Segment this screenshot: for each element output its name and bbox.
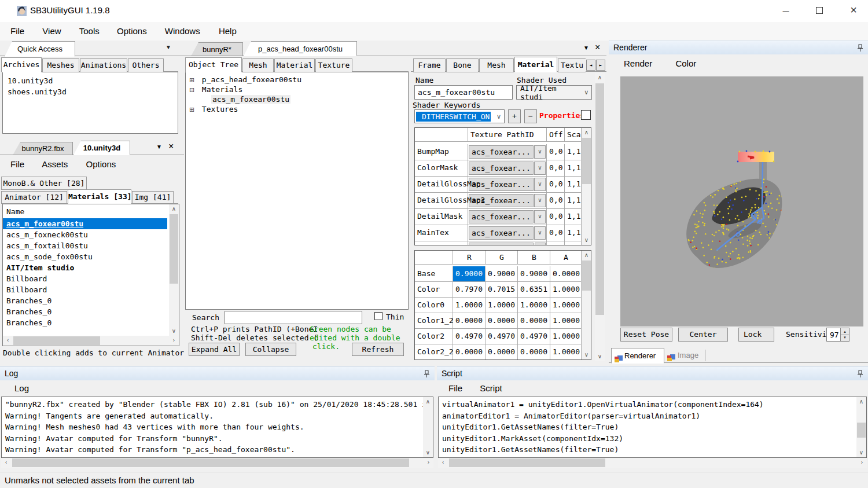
scroll-down-icon[interactable]: ∨ xyxy=(582,236,591,245)
texture-row-name[interactable]: DetailGlossMap xyxy=(415,177,468,193)
texture-path-combo[interactable]: acs_foxear... xyxy=(469,145,534,159)
lock-button[interactable]: Lock xyxy=(738,328,774,342)
shader-used-combo[interactable]: AIT/Item studi ∨ xyxy=(516,85,592,100)
scroll-thumb[interactable] xyxy=(12,458,409,467)
pin-icon[interactable] xyxy=(424,370,430,380)
scroll-thumb[interactable] xyxy=(449,458,605,467)
log-menu[interactable]: Log xyxy=(14,383,29,393)
color-cell[interactable]: 1.0000 xyxy=(550,298,581,313)
tab-materials[interactable]: Materials [33] xyxy=(68,189,131,204)
menu-windows[interactable]: Windows xyxy=(165,26,200,36)
texture-header-path[interactable]: Texture PathID xyxy=(468,128,534,142)
color-cell[interactable]: 1.0000 xyxy=(453,298,486,313)
tab-texture[interactable]: Texture xyxy=(315,58,352,72)
color-row-name[interactable]: Color2 xyxy=(415,329,453,344)
color-row-name[interactable]: Color xyxy=(415,282,453,298)
tab-bunnyr2-fbx[interactable]: bunnyR2.fbx xyxy=(13,142,73,155)
texture-row-name[interactable]: DetailMask xyxy=(415,209,468,225)
log-hscrollbar[interactable]: ‹ › xyxy=(1,458,433,468)
list-item[interactable]: shoes.unity3d xyxy=(8,86,173,97)
color-cell[interactable]: 0.0000 xyxy=(486,344,518,360)
scroll-thumb[interactable] xyxy=(595,83,604,315)
tab-bone[interactable]: Bone xyxy=(446,58,479,72)
texture-row-offset[interactable]: 0,0 xyxy=(547,160,565,177)
tab-mesh[interactable]: Mesh xyxy=(242,58,274,72)
thin-checkbox[interactable] xyxy=(374,312,382,320)
tab-10-unity3d[interactable]: 10.unity3d xyxy=(73,141,130,155)
color-cell[interactable]: 1.0000 xyxy=(486,298,518,313)
combo-arrow-icon[interactable]: ∨ xyxy=(535,162,545,174)
color-cell[interactable]: 1.0000 xyxy=(550,329,581,344)
tree-node-materials[interactable]: ⊟ Materials xyxy=(189,85,408,94)
texture-row-offset[interactable]: 0,0 xyxy=(547,177,565,193)
renderer-viewport[interactable] xyxy=(620,76,863,326)
script-vscrollbar[interactable]: ∧ ∨ xyxy=(856,397,866,457)
editor-menu-options[interactable]: Options xyxy=(86,159,116,169)
scroll-thumb[interactable] xyxy=(13,336,100,345)
texture-header-sca[interactable]: Sca xyxy=(565,128,581,142)
log-vscrollbar[interactable]: ∧ ∨ xyxy=(423,397,433,457)
menu-options[interactable]: Options xyxy=(117,26,147,36)
spin-down-icon[interactable]: ▼ xyxy=(841,335,849,340)
texture-row-scale[interactable]: 1,1 xyxy=(565,160,581,177)
scroll-left-icon[interactable]: ‹ xyxy=(1,458,11,467)
color-cell[interactable]: 0.0000 xyxy=(486,313,518,329)
color-cell[interactable]: 1.0000 xyxy=(550,313,581,329)
tree-node-textures[interactable]: ⊞ Textures xyxy=(189,104,408,114)
texture-row-name[interactable]: MainTex xyxy=(415,225,468,241)
color-cell[interactable]: 0.6351 xyxy=(518,282,550,298)
texture-row-scale[interactable]: 1,1 xyxy=(565,225,581,241)
scroll-down-icon[interactable]: ∨ xyxy=(582,350,591,359)
texture-row-scale[interactable]: 1,1 xyxy=(565,144,581,160)
tab-texture-right[interactable]: Textu xyxy=(558,58,586,72)
archive-file-list[interactable]: 10.unity3d shoes.unity3d xyxy=(2,72,178,134)
log-textarea[interactable]: "bunnyR2.fbx" created by "Blender (stabl… xyxy=(1,397,433,458)
tab-scroll-right-button[interactable]: ► xyxy=(596,60,605,71)
combo-arrow-icon[interactable]: ∨ xyxy=(535,195,545,207)
materials-vscrollbar[interactable]: ∧ ∨ xyxy=(169,204,179,336)
list-item[interactable]: Branches_0 xyxy=(3,317,179,328)
spin-up-icon[interactable]: ▲ xyxy=(841,328,849,335)
quickaccess-dropdown-icon[interactable]: ▼ xyxy=(165,44,171,50)
color-cell[interactable]: 0.9000 xyxy=(518,266,550,282)
materials-list-header[interactable]: Name xyxy=(3,204,179,218)
combo-arrow-icon[interactable]: ∨ xyxy=(535,227,545,239)
material-panel-vscrollbar[interactable]: ∧ ∨ xyxy=(595,73,605,361)
color-cell[interactable]: 0.4970 xyxy=(518,329,550,344)
tree-collapse-icon[interactable]: ⊟ xyxy=(189,85,197,95)
script-hscrollbar[interactable]: ‹ › xyxy=(438,458,867,468)
menu-help[interactable]: Help xyxy=(219,26,237,36)
list-item[interactable]: Billboard xyxy=(3,273,179,284)
texture-row-scale[interactable]: 1,1 xyxy=(565,193,581,209)
editor-menu-assets[interactable]: Assets xyxy=(42,159,68,169)
tab-animator[interactable]: Animator [12] xyxy=(1,191,67,204)
scroll-up-icon[interactable]: ∧ xyxy=(582,251,591,260)
tab-scroll-left-button[interactable]: ◄ xyxy=(586,60,595,71)
tab-p-acs-head-foxear00stu[interactable]: p_acs_head_foxear00stu xyxy=(244,41,357,56)
texture-row-offset[interactable]: 0,0 xyxy=(547,193,565,209)
scroll-up-icon[interactable]: ∧ xyxy=(856,397,866,406)
center-button[interactable]: Center xyxy=(678,328,728,342)
reset-pose-button[interactable]: Reset Pose xyxy=(620,328,672,342)
tab-monob-other[interactable]: MonoB.& Other [28] xyxy=(1,177,87,190)
list-item[interactable]: AIT/Item studio xyxy=(3,262,179,273)
tab-material[interactable]: Material xyxy=(274,58,315,72)
color-cell[interactable]: 0.0000 xyxy=(518,344,550,360)
scroll-thumb[interactable] xyxy=(582,260,591,291)
pin-icon[interactable] xyxy=(857,44,863,54)
editor-menu-file[interactable]: File xyxy=(10,159,24,169)
collapse-button[interactable]: Collapse xyxy=(245,343,296,356)
menu-file[interactable]: File xyxy=(10,26,24,36)
color-header-g[interactable]: G xyxy=(486,251,518,265)
tree-node-material-child[interactable]: acs_m_foxear00stu xyxy=(189,94,408,104)
script-textarea[interactable]: virtualAnimator1 = unityEditor1.OpenVirt… xyxy=(438,397,867,458)
tab-material-right[interactable]: Material xyxy=(514,57,557,72)
scroll-down-icon[interactable]: ∨ xyxy=(169,326,179,336)
scroll-down-icon[interactable]: ∨ xyxy=(423,448,433,457)
color-cell[interactable]: 0.0000 xyxy=(453,313,486,329)
scroll-up-icon[interactable]: ∧ xyxy=(169,204,179,214)
color-cell[interactable]: 1.0000 xyxy=(518,298,550,313)
color-cell[interactable]: 0.4970 xyxy=(486,329,518,344)
scroll-right-icon[interactable]: › xyxy=(857,458,867,467)
tab-image-bottom[interactable]: Image xyxy=(665,348,703,363)
